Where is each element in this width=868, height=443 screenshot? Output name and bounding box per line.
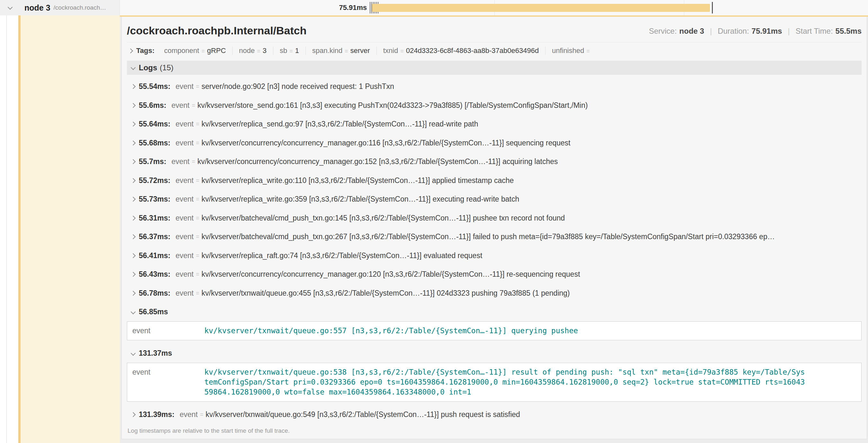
log-field-value-mono: kv/kvserver/txnwait/queue.go:538 [n3,s3,…	[204, 367, 805, 397]
selected-span-highlight	[21, 15, 120, 443]
span-detail-title: /cockroach.roachpb.Internal/Batch	[127, 24, 307, 37]
span-duration-label: 75.91ms	[289, 0, 367, 15]
log-field-value-mono: kv/kvserver/txnwait/queue.go:557 [n3,s3,…	[204, 326, 578, 336]
log-row[interactable]: 55.64ms:event=kv/kvserver/replica_send.g…	[127, 115, 862, 134]
log-timestamp: 131.39ms:	[139, 410, 175, 419]
log-row-chevron-icon[interactable]	[131, 253, 136, 258]
log-row-chevron-icon[interactable]	[131, 140, 136, 145]
log-field-eq: =	[196, 140, 199, 146]
log-row[interactable]: 56.78ms:event=kv/kvserver/txnwait/queue.…	[127, 284, 862, 303]
log-timestamp: 55.68ms:	[139, 139, 170, 147]
log-field-key: event	[176, 176, 193, 185]
log-field-key: event	[172, 101, 189, 110]
span-detail-panel: /cockroach.roachpb.Internal/Batch Servic…	[121, 17, 867, 439]
tags-chevron-icon[interactable]	[128, 48, 133, 54]
log-field-eq: =	[196, 290, 199, 297]
log-value-line: kv/kvserver/txnwait/queue.go:538 [n3,s3,…	[204, 367, 805, 377]
log-timestamp: 55.64ms:	[139, 120, 170, 128]
log-field-value: kv/kvserver/replica_send.go:97 [n3,s3,r6…	[202, 120, 478, 128]
log-detail-box: eventkv/kvserver/txnwait/queue.go:538 [n…	[127, 363, 862, 402]
log-row-chevron-icon[interactable]	[131, 122, 136, 127]
tags-section[interactable]: Tags: component=gRPC node=3 sb=1 span.ki…	[127, 42, 862, 58]
log-row-chevron-icon[interactable]	[131, 309, 136, 315]
log-field-key: event	[176, 214, 193, 223]
log-row-chevron-icon[interactable]	[131, 197, 136, 202]
log-value-line: temConfigSpan/Start pri=0.03293366 epo=0…	[204, 377, 805, 387]
log-row[interactable]: 55.68ms:event=kv/kvserver/concurrency/co…	[127, 134, 862, 152]
meta-divider: |	[710, 27, 712, 36]
log-timestamp: 56.41ms:	[139, 251, 170, 260]
log-field-eq: =	[196, 177, 199, 184]
log-field-eq: =	[196, 83, 199, 90]
log-row-chevron-icon[interactable]	[131, 215, 136, 220]
log-row-chevron-icon[interactable]	[131, 272, 136, 277]
log-row[interactable]: 55.7ms:event=kv/kvserver/concurrency/con…	[127, 152, 862, 171]
span-end-mark	[712, 2, 713, 13]
logs-footer-note: Log timestamps are relative to the start…	[127, 424, 862, 439]
detail-header: /cockroach.roachpb.Internal/Batch Servic…	[127, 17, 862, 42]
log-timestamp: 56.78ms:	[139, 289, 170, 298]
log-field-eq: =	[196, 196, 199, 203]
log-field-eq: =	[196, 252, 199, 259]
log-field-key: event	[176, 195, 193, 204]
logs-chevron-icon[interactable]	[131, 65, 136, 70]
log-timestamp: 56.85ms	[139, 308, 168, 316]
log-row-expanded[interactable]: 56.85ms	[127, 303, 862, 321]
log-row[interactable]: 55.73ms:event=kv/kvserver/replica_write.…	[127, 190, 862, 209]
log-field-key: event	[180, 410, 197, 419]
log-field-value: kv/kvserver/store_send.go:161 [n3,s3] ex…	[197, 101, 588, 110]
log-row[interactable]: 56.37ms:event=kv/kvserver/batcheval/cmd_…	[127, 228, 862, 246]
log-row[interactable]: 131.39ms:event=kv/kvserver/txnwait/queue…	[127, 405, 862, 424]
span-operation-name: /cockroach.roach…	[54, 4, 106, 11]
log-row[interactable]: 56.31ms:event=kv/kvserver/batcheval/cmd_…	[127, 209, 862, 228]
log-row[interactable]: 56.43ms:event=kv/kvserver/concurrency/co…	[127, 265, 862, 284]
log-field-eq: =	[200, 411, 204, 418]
service-value: node 3	[679, 27, 704, 36]
log-row-chevron-icon[interactable]	[131, 234, 136, 239]
log-timestamp: 55.6ms:	[139, 101, 166, 110]
log-field-eq: =	[196, 121, 199, 128]
service-label: Service:	[649, 27, 677, 36]
log-row[interactable]: 55.6ms:event=kv/kvserver/store_send.go:1…	[127, 96, 862, 115]
collapse-chevron-icon[interactable]	[8, 5, 13, 10]
log-row[interactable]: 56.41ms:event=kv/kvserver/replica_raft.g…	[127, 246, 862, 265]
log-row[interactable]: 55.54ms:event=server/node.go:902 [n3] no…	[127, 77, 862, 96]
log-field-key: event	[176, 232, 193, 241]
log-row-chevron-icon[interactable]	[131, 84, 136, 89]
duration-value: 75.91ms	[752, 27, 782, 36]
log-row-chevron-icon[interactable]	[131, 351, 136, 356]
log-field-value: kv/kvserver/replica_raft.go:74 [n3,s3,r6…	[202, 251, 482, 260]
log-row-chevron-icon[interactable]	[131, 291, 136, 296]
log-row[interactable]: 55.72ms:event=kv/kvserver/replica_write.…	[127, 171, 862, 190]
logs-label: Logs	[139, 63, 157, 72]
log-field-eq: =	[192, 158, 195, 165]
log-row-chevron-icon[interactable]	[131, 412, 136, 417]
span-meta: Service:node 3 | Duration:75.91ms | Star…	[649, 27, 862, 37]
span-name-cell[interactable]: node 3 /cockroach.roach…	[0, 0, 120, 15]
log-field-key: event	[176, 289, 193, 298]
log-field-value: kv/kvserver/batcheval/cmd_push_txn.go:26…	[202, 232, 775, 241]
tag-txnid: txnid=024d3323-6c8f-4863-aa8b-37ab0e6349…	[377, 46, 546, 55]
log-field-value: kv/kvserver/concurrency/concurrency_mana…	[202, 270, 580, 279]
span-bar[interactable]	[372, 4, 710, 12]
log-timestamp: 56.43ms:	[139, 270, 170, 279]
log-row-chevron-icon[interactable]	[131, 178, 136, 183]
tag-node: node=3	[232, 46, 273, 55]
log-entries: 55.54ms:event=server/node.go:902 [n3] no…	[127, 75, 862, 424]
tag-unfinished: unfinished=	[546, 46, 598, 55]
log-row-chevron-icon[interactable]	[131, 159, 136, 164]
log-field-value: kv/kvserver/txnwait/queue.go:455 [n3,s3,…	[202, 289, 570, 298]
log-field-value: kv/kvserver/batcheval/cmd_push_txn.go:14…	[202, 214, 565, 223]
log-row-chevron-icon[interactable]	[131, 103, 136, 108]
log-timestamp: 55.73ms:	[139, 195, 170, 204]
logs-section-header[interactable]: Logs (15)	[127, 61, 862, 75]
start-time-label: Start Time:	[796, 27, 833, 36]
log-field-value: server/node.go:902 [n3] node received re…	[202, 82, 394, 91]
tags-label: Tags:	[136, 46, 155, 55]
log-field-value: kv/kvserver/txnwait/queue.go:549 [n3,s3,…	[206, 410, 520, 419]
log-timestamp: 55.54ms:	[139, 82, 170, 91]
log-row-expanded[interactable]: 131.37ms	[127, 344, 862, 363]
log-timestamp: 55.72ms:	[139, 176, 170, 185]
log-timestamp: 131.37ms	[139, 349, 172, 357]
timeline-row: 75.91ms	[120, 0, 868, 15]
